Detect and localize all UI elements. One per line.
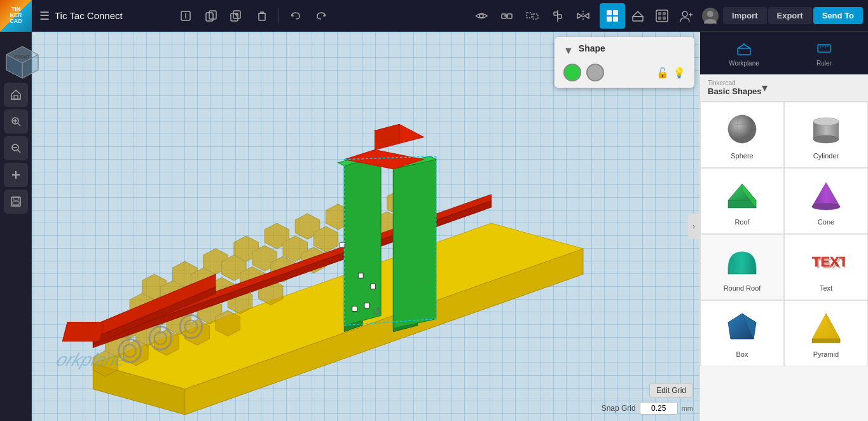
panel-collapse-button[interactable]: › (688, 214, 699, 239)
import-button[interactable]: Import (723, 7, 766, 24)
svg-line-131 (744, 45, 750, 48)
svg-rect-22 (613, 10, 618, 15)
svg-rect-25 (633, 17, 643, 21)
nav-cube[interactable]: FRONT (3, 43, 41, 81)
svg-point-148 (812, 204, 840, 210)
export-button[interactable]: Export (768, 7, 812, 24)
shape-item-cone[interactable]: Cone (784, 168, 868, 234)
view-home-button[interactable] (4, 83, 28, 107)
toolbar-left (169, 4, 338, 27)
profile-avatar[interactable] (699, 4, 722, 27)
rp-workplane-label: Workplane (729, 60, 759, 67)
library-source: Tinkercad (708, 79, 762, 86)
svg-marker-42 (11, 90, 20, 99)
zoom-out-button[interactable] (4, 136, 28, 160)
bottom-controls: Edit Grid Snap Grid mm (602, 383, 693, 415)
logo-text: TINKERCAD (10, 6, 22, 25)
svg-rect-43 (14, 95, 18, 99)
svg-marker-147 (812, 183, 840, 207)
snap-grid-label: Snap Grid (602, 404, 636, 413)
shape-roof-label: Roof (734, 218, 749, 226)
panel-collapse-arrow[interactable]: ▼ (563, 45, 574, 57)
svg-rect-55 (13, 202, 19, 205)
svg-rect-129 (738, 48, 750, 55)
send-to-button[interactable]: Send To (813, 7, 863, 24)
svg-rect-13 (527, 13, 532, 18)
delete-button[interactable] (251, 4, 273, 27)
svg-rect-21 (607, 10, 612, 15)
svg-rect-8 (259, 13, 265, 20)
right-panel: Workplane Ruler Tinkercad Basic Shapes (699, 32, 868, 421)
build-icon-button[interactable] (626, 4, 649, 27)
add-user-button[interactable] (675, 4, 698, 27)
right-panel-top-nav: Workplane Ruler (700, 32, 868, 74)
viewport[interactable]: ↺ orkplane ▼ Shape 🔓 (32, 32, 699, 421)
menu-icon[interactable]: ☰ (39, 9, 50, 23)
shape-item-text[interactable]: TEXT TEXT Text (784, 234, 868, 300)
zoom-in-button[interactable] (4, 109, 28, 134)
app-logo[interactable]: TINKERCAD (0, 0, 32, 32)
navbar-title-area: ☰ Tic Tac Connect (32, 9, 169, 23)
shape-sphere-label: Sphere (731, 152, 753, 160)
edit-grid-button[interactable]: Edit Grid (649, 383, 693, 398)
library-category: Basic Shapes (708, 86, 762, 96)
svg-line-47 (18, 123, 20, 126)
navbar: TINKERCAD ☰ Tic Tac Connect (0, 0, 868, 32)
shape-cone-label: Cone (818, 218, 834, 226)
svg-point-143 (813, 135, 839, 143)
add-shape-button[interactable] (4, 163, 28, 187)
shape-item-cylinder[interactable]: Cylinder (784, 102, 868, 168)
svg-rect-16 (554, 12, 558, 15)
shape-item-box[interactable]: Box (700, 300, 784, 366)
svg-marker-26 (633, 11, 643, 17)
svg-marker-155 (812, 339, 840, 343)
redo-button[interactable] (310, 4, 333, 27)
shape-pyramid-label: Pyramid (813, 350, 839, 358)
color-gray[interactable] (586, 64, 604, 81)
svg-rect-24 (613, 17, 618, 22)
shape-cylinder-label: Cylinder (813, 152, 839, 160)
visibility-button[interactable] (470, 4, 493, 27)
svg-rect-17 (558, 15, 561, 18)
lightbulb-icon[interactable]: 💡 (673, 67, 685, 79)
snap-value-input[interactable] (640, 402, 678, 415)
shape-item-pyramid[interactable]: Pyramid (784, 300, 868, 366)
lock-icon[interactable]: 🔓 (656, 67, 669, 79)
rp-ruler-button[interactable]: Ruler (785, 36, 863, 71)
svg-rect-29 (663, 12, 666, 15)
color-green[interactable] (563, 64, 581, 81)
shape-item-round-roof[interactable]: Round Roof (700, 234, 784, 300)
group-button[interactable] (495, 4, 518, 27)
library-dropdown-icon[interactable]: ▾ (762, 81, 768, 95)
shape-item-roof[interactable]: Roof (700, 168, 784, 234)
shapes-grid: Sphere (700, 102, 868, 366)
rp-workplane-button[interactable]: Workplane (705, 36, 783, 71)
library-header: Tinkercad Basic Shapes ▾ (700, 74, 868, 102)
svg-rect-23 (607, 17, 612, 22)
snap-grid-row: Snap Grid mm (602, 402, 693, 415)
shape-panel-title: Shape (579, 43, 605, 53)
grid-view-button[interactable] (600, 3, 625, 29)
undo-button[interactable] (284, 4, 307, 27)
shape-panel: ▼ Shape 🔓 💡 (555, 37, 694, 88)
align-button[interactable] (546, 4, 569, 27)
shape-item-sphere[interactable]: Sphere (700, 102, 784, 168)
svg-point-138 (728, 115, 756, 143)
svg-point-32 (682, 11, 687, 17)
mirror-button[interactable] (572, 4, 595, 27)
ungroup-button[interactable] (521, 4, 544, 27)
shape-box-label: Box (736, 350, 748, 358)
left-toolbar: FRONT (0, 32, 32, 421)
gallery-icon-button[interactable] (651, 4, 673, 27)
rp-ruler-label: Ruler (816, 60, 832, 67)
save-button[interactable] (4, 190, 28, 214)
svg-line-50 (18, 150, 20, 153)
new-button[interactable] (174, 4, 197, 27)
svg-line-130 (738, 45, 744, 48)
svg-rect-11 (507, 14, 512, 18)
svg-rect-28 (658, 12, 661, 15)
copy-button[interactable] (200, 4, 223, 27)
project-title[interactable]: Tic Tac Connect (55, 10, 123, 21)
duplicate-button[interactable] (225, 4, 248, 27)
navbar-right: Import Export Send To (600, 3, 868, 29)
